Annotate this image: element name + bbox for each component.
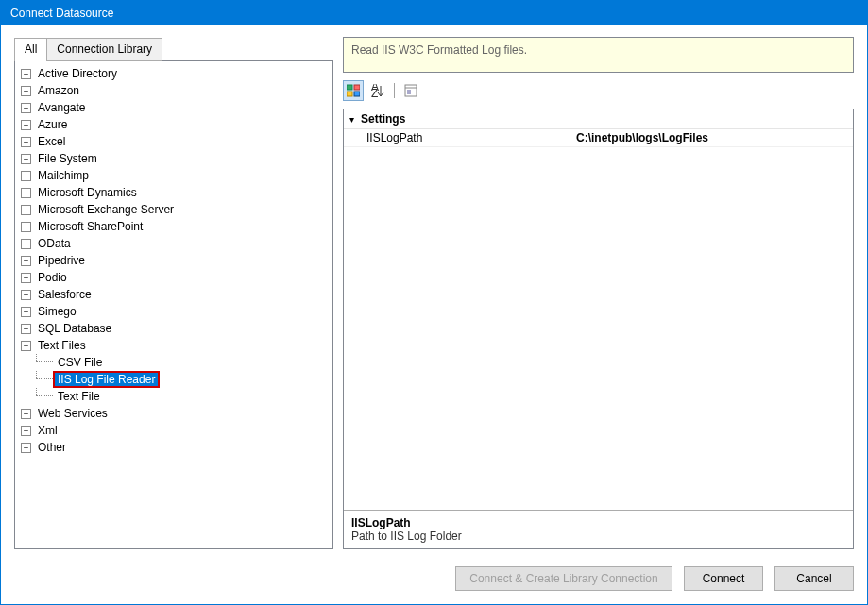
- expand-icon[interactable]: +: [21, 137, 31, 147]
- titlebar: Connect Datasource: [1, 1, 867, 25]
- tree-node[interactable]: +Web Services: [17, 405, 331, 422]
- propgrid-desc-text: Path to IIS Log Folder: [351, 529, 845, 543]
- propgrid-section-header[interactable]: ▾ Settings: [344, 109, 853, 129]
- propgrid-key: IISLogPath: [344, 129, 570, 146]
- cancel-button[interactable]: Cancel: [774, 566, 854, 591]
- svg-rect-2: [347, 92, 352, 96]
- expand-icon[interactable]: +: [21, 171, 31, 181]
- tree-child-label: IIS Log File Reader: [55, 373, 158, 386]
- expand-icon[interactable]: +: [21, 256, 31, 266]
- tree-node-label: Microsoft SharePoint: [35, 220, 145, 233]
- propgrid-toolbar: AZ: [343, 78, 854, 103]
- tab-all-label: All: [25, 42, 37, 56]
- window-title: Connect Datasource: [10, 7, 113, 20]
- propgrid-row-iislogpath[interactable]: IISLogPath C:\inetpub\logs\LogFiles: [344, 129, 853, 147]
- tree-node-label: Other: [35, 441, 69, 454]
- collapse-icon[interactable]: −: [21, 341, 31, 351]
- toolbar-separator: [394, 83, 395, 98]
- tree-node-label: Text Files: [35, 339, 89, 352]
- tree-node[interactable]: +Salesforce: [17, 286, 331, 303]
- expand-icon[interactable]: +: [21, 443, 31, 453]
- expand-icon[interactable]: +: [21, 307, 31, 317]
- tree-node-label: Web Services: [35, 407, 111, 420]
- tree-node[interactable]: +SQL Database: [17, 320, 331, 337]
- tab-strip: All Connection Library: [14, 38, 333, 61]
- tree-node[interactable]: +Xml: [17, 422, 331, 439]
- tree-child-node[interactable]: Text File: [17, 388, 331, 405]
- expand-icon[interactable]: +: [21, 290, 31, 300]
- svg-rect-10: [407, 92, 411, 94]
- tree-node-label: Pipedrive: [35, 254, 88, 267]
- connect-create-library-button: Connect & Create Library Connection: [455, 566, 672, 591]
- svg-rect-1: [354, 85, 360, 90]
- tree-node-label: Avangate: [35, 101, 89, 114]
- tab-library-label: Connection Library: [57, 42, 152, 56]
- tree-node-label: Microsoft Dynamics: [35, 186, 140, 199]
- tree-node[interactable]: +Active Directory: [17, 65, 331, 82]
- expand-icon[interactable]: +: [21, 188, 31, 198]
- expand-icon[interactable]: +: [21, 324, 31, 334]
- property-pages-button[interactable]: [400, 80, 421, 101]
- description-box: Read IIS W3C Formatted Log files.: [343, 37, 854, 73]
- tree-node[interactable]: +File System: [17, 150, 331, 167]
- categorized-view-button[interactable]: [343, 80, 364, 101]
- expand-icon[interactable]: +: [21, 222, 31, 232]
- propgrid-description-pane: IISLogPath Path to IIS Log Folder: [344, 510, 853, 548]
- expand-icon[interactable]: +: [21, 103, 31, 113]
- tree-node-label: SQL Database: [35, 322, 114, 335]
- expand-icon[interactable]: +: [21, 273, 31, 283]
- property-grid: ▾ Settings IISLogPath C:\inetpub\logs\Lo…: [343, 109, 854, 549]
- dialog-window: Connect Datasource All Connection Librar…: [0, 0, 868, 605]
- tree-node[interactable]: +Avangate: [17, 99, 331, 116]
- expand-icon[interactable]: +: [21, 154, 31, 164]
- expand-icon[interactable]: +: [21, 205, 31, 215]
- svg-rect-9: [407, 90, 411, 92]
- tree-node[interactable]: +Podio: [17, 269, 331, 286]
- tree-node[interactable]: +Microsoft SharePoint: [17, 218, 331, 235]
- svg-rect-0: [347, 85, 352, 90]
- tree-node-label: Podio: [35, 271, 70, 284]
- tab-all[interactable]: All: [14, 38, 47, 61]
- tree-child-label: CSV File: [55, 356, 105, 369]
- propgrid-desc-title: IISLogPath: [351, 516, 845, 529]
- svg-rect-3: [354, 92, 360, 96]
- tree-node[interactable]: +Mailchimp: [17, 167, 331, 184]
- button-row: Connect & Create Library Connection Conn…: [14, 549, 854, 591]
- tree-node-label: File System: [35, 152, 100, 165]
- left-panel: All Connection Library +Active Directory…: [14, 37, 333, 549]
- tree-node-label: Simego: [35, 305, 79, 318]
- content-area: All Connection Library +Active Directory…: [1, 25, 867, 604]
- tree-node[interactable]: +OData: [17, 235, 331, 252]
- right-panel: Read IIS W3C Formatted Log files. AZ: [343, 37, 854, 549]
- tab-connection-library[interactable]: Connection Library: [46, 38, 162, 61]
- description-text: Read IIS W3C Formatted Log files.: [351, 43, 527, 57]
- propgrid-value[interactable]: C:\inetpub\logs\LogFiles: [570, 129, 853, 146]
- tree-node[interactable]: +Azure: [17, 116, 331, 133]
- tree-child-node[interactable]: CSV File: [17, 354, 331, 371]
- connect-button[interactable]: Connect: [684, 566, 763, 591]
- tree-node[interactable]: +Amazon: [17, 82, 331, 99]
- chevron-down-icon: ▾: [349, 114, 361, 125]
- expand-icon[interactable]: +: [21, 120, 31, 130]
- svg-text:Z: Z: [371, 87, 378, 97]
- tree-node-label: Mailchimp: [35, 169, 92, 182]
- tree-child-node[interactable]: IIS Log File Reader: [17, 371, 331, 388]
- tree-node-label: Azure: [35, 118, 70, 131]
- tree-child-label: Text File: [55, 390, 103, 403]
- tree-node[interactable]: +Other: [17, 439, 331, 456]
- tree-node[interactable]: +Pipedrive: [17, 252, 331, 269]
- expand-icon[interactable]: +: [21, 426, 31, 436]
- datasource-tree[interactable]: +Active Directory+Amazon+Avangate+Azure+…: [14, 60, 333, 549]
- tree-node[interactable]: +Microsoft Exchange Server: [17, 201, 331, 218]
- tree-node[interactable]: −Text Files: [17, 337, 331, 354]
- tree-node[interactable]: +Microsoft Dynamics: [17, 184, 331, 201]
- tree-node-label: Microsoft Exchange Server: [35, 203, 177, 216]
- expand-icon[interactable]: +: [21, 69, 31, 79]
- propgrid-section-label: Settings: [361, 112, 405, 126]
- expand-icon[interactable]: +: [21, 409, 31, 419]
- expand-icon[interactable]: +: [21, 239, 31, 249]
- alphabetical-view-button[interactable]: AZ: [367, 80, 388, 101]
- tree-node[interactable]: +Simego: [17, 303, 331, 320]
- tree-node[interactable]: +Excel: [17, 133, 331, 150]
- expand-icon[interactable]: +: [21, 86, 31, 96]
